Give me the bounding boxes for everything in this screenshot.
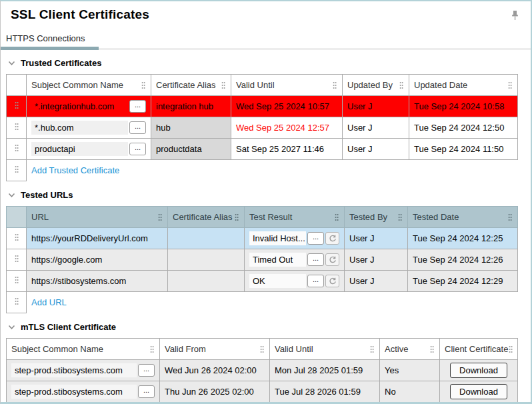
test-result-value[interactable]: Invalid Host... — [249, 231, 306, 245]
add-url-link[interactable]: Add URL — [31, 297, 67, 307]
section-tested-urls[interactable]: Tested URLs — [8, 190, 525, 200]
column-menu-icon[interactable] — [507, 81, 513, 90]
refresh-button[interactable] — [325, 232, 339, 245]
cell-url[interactable]: https://google.com — [27, 249, 168, 271]
column-header-certificate-alias[interactable]: Certificate Alias — [151, 75, 231, 96]
column-header-test-result[interactable]: Test Result — [245, 207, 345, 228]
cell-valid-from: Wed Jun 26 2024 02:00 — [160, 360, 270, 381]
section-trusted-certificates[interactable]: Trusted Certificates — [8, 58, 525, 68]
column-menu-icon[interactable] — [259, 345, 265, 354]
table-row: https://google.com Timed Out... User J T… — [7, 249, 518, 271]
ellipsis-button[interactable]: ... — [129, 121, 146, 134]
cell-valid-until: Sat Sep 25 2027 11:46 — [231, 139, 343, 160]
cell-valid-until-expiring: Wed Sep 25 2024 12:57 — [231, 117, 343, 139]
subject-common-name-input[interactable]: *.hub.com — [31, 121, 128, 135]
row-menu-icon[interactable] — [7, 249, 27, 271]
row-menu-icon[interactable] — [7, 271, 27, 292]
cell-client-certificate: Download — [440, 381, 518, 403]
ellipsis-button[interactable]: ... — [307, 253, 324, 266]
column-header-valid-from[interactable]: Valid From — [160, 339, 270, 360]
column-header-client-certificate[interactable]: Client Certificate — [440, 339, 518, 360]
table-row: step-prod.stibosystems.com... Wed Jun 26… — [7, 360, 518, 381]
cell-valid-from: Thu Jun 26 2025 02:00 — [160, 381, 270, 403]
pin-icon[interactable] — [506, 7, 524, 26]
cell-tested-date: Tue Sep 24 2024 12:25 — [408, 228, 518, 249]
column-menu-icon[interactable] — [141, 81, 146, 90]
cell-valid-until: Mon Jul 28 2025 01:59 — [270, 360, 380, 381]
column-header-updated-by[interactable]: Updated By — [343, 75, 409, 96]
column-menu-icon[interactable] — [221, 81, 226, 90]
column-header-subject-common-name[interactable]: Subject Common Name — [7, 339, 160, 360]
subject-common-name-input[interactable]: step-prod.stibosystems.com — [11, 385, 137, 399]
row-menu-icon[interactable] — [7, 96, 27, 117]
subject-common-name-input[interactable]: *.integrationhub.com — [31, 99, 128, 113]
table-header-row: Subject Common Name Certificate Alias Va… — [7, 75, 518, 96]
test-result-value[interactable]: OK — [249, 274, 306, 288]
cell-subject-common-name: *.hub.com... — [27, 117, 151, 139]
cell-active: No — [380, 381, 440, 403]
column-label: Valid Until — [236, 80, 275, 90]
cell-certificate-alias — [168, 271, 245, 292]
cell-subject-common-name: step-prod.stibosystems.com... — [7, 360, 160, 381]
section-mtls-client-certificate[interactable]: mTLS Client Certificate — [8, 322, 525, 332]
tab-https-connections[interactable]: HTTPS Connections — [6, 33, 85, 47]
column-menu-icon[interactable] — [397, 213, 403, 222]
column-label: Updated By — [347, 80, 393, 90]
column-menu-icon[interactable] — [332, 81, 337, 90]
column-header-certificate-alias[interactable]: Certificate Alias — [168, 207, 245, 228]
column-header-updated-date[interactable]: Updated Date — [409, 75, 518, 96]
column-header-tested-date[interactable]: Tested Date — [408, 207, 518, 228]
cell-tested-by: User J — [345, 271, 408, 292]
row-menu-icon[interactable] — [7, 228, 27, 249]
cell-updated-date: Tue Sep 24 2024 11:50 — [409, 139, 518, 160]
column-header-valid-until[interactable]: Valid Until — [270, 339, 380, 360]
column-menu-icon[interactable] — [334, 213, 339, 222]
column-menu-icon[interactable] — [157, 213, 163, 222]
cell-url[interactable]: https://stibosystems.com — [27, 271, 168, 292]
ellipsis-button[interactable]: ... — [129, 100, 146, 113]
column-menu-icon[interactable] — [507, 213, 513, 222]
trusted-certificates-table: Subject Common Name Certificate Alias Va… — [6, 74, 518, 181]
row-menu-icon[interactable] — [7, 117, 27, 139]
column-label: Tested Date — [413, 212, 459, 222]
column-menu-icon[interactable] — [399, 81, 404, 90]
column-menu-icon[interactable] — [369, 345, 375, 354]
cell-certificate-alias: integration hub — [151, 96, 231, 117]
cell-url[interactable]: https://yourRDDeliveryUrl.com — [27, 228, 168, 249]
column-header-url[interactable]: URL — [27, 207, 168, 228]
column-menu-icon[interactable] — [429, 345, 435, 354]
ellipsis-button[interactable]: ... — [138, 385, 155, 398]
refresh-button[interactable] — [325, 253, 339, 266]
ellipsis-button[interactable]: ... — [129, 143, 146, 155]
row-menu-icon[interactable] — [7, 292, 27, 313]
chevron-down-icon[interactable] — [8, 61, 15, 66]
table-row: *.hub.com... hub Wed Sep 25 2024 12:57 U… — [7, 117, 518, 139]
add-trusted-certificate-link[interactable]: Add Trusted Certificate — [31, 165, 119, 175]
download-button[interactable]: Download — [450, 363, 507, 378]
ellipsis-button[interactable]: ... — [307, 275, 324, 287]
ellipsis-button[interactable]: ... — [138, 364, 155, 377]
row-menu-icon[interactable] — [7, 160, 27, 181]
ssl-client-certificates-panel: SSL Client Certificates HTTPS Connection… — [0, 0, 532, 404]
refresh-button[interactable] — [325, 275, 339, 287]
panel-content: Trusted Certificates Subject Common Name… — [1, 58, 531, 403]
refresh-icon — [329, 235, 337, 243]
chevron-down-icon[interactable] — [8, 193, 15, 198]
section-title-tested: Tested URLs — [21, 190, 73, 200]
test-result-value[interactable]: Timed Out — [249, 253, 306, 267]
handle-column-header — [7, 75, 27, 96]
row-menu-icon[interactable] — [7, 139, 27, 160]
column-header-tested-by[interactable]: Tested By — [345, 207, 408, 228]
column-header-active[interactable]: Active — [380, 339, 440, 360]
chevron-down-icon[interactable] — [8, 325, 15, 330]
column-menu-icon[interactable] — [234, 213, 239, 222]
cell-tested-date: Tue Sep 24 2024 12:29 — [408, 271, 518, 292]
ellipsis-button[interactable]: ... — [307, 232, 324, 245]
column-header-valid-until[interactable]: Valid Until — [231, 75, 343, 96]
column-header-subject-common-name[interactable]: Subject Common Name — [27, 75, 151, 96]
column-menu-icon[interactable] — [149, 345, 155, 354]
column-menu-icon[interactable] — [508, 345, 513, 354]
subject-common-name-input[interactable]: step-prod.stibosystems.com — [11, 363, 137, 377]
download-button[interactable]: Download — [450, 384, 507, 399]
subject-common-name-input[interactable]: productapi — [31, 142, 128, 156]
